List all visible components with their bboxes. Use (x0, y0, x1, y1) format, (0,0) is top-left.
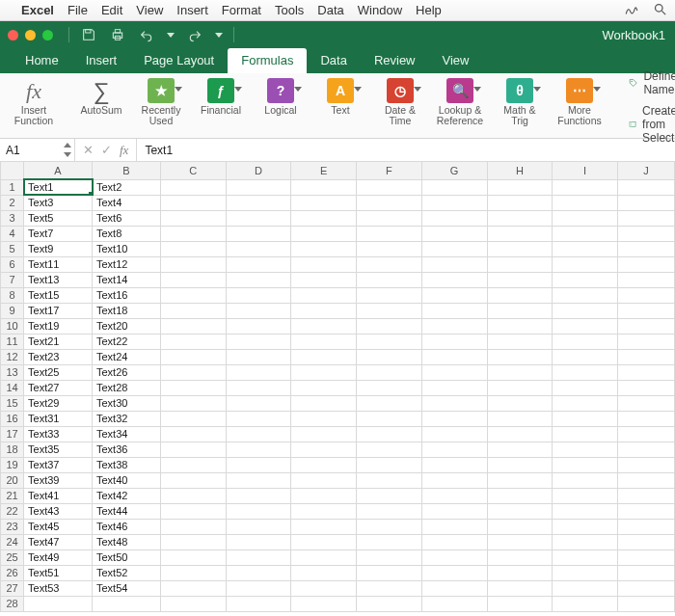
cell-E25[interactable] (291, 549, 357, 565)
cell-F5[interactable] (357, 241, 422, 256)
cell-G18[interactable] (421, 442, 487, 457)
cell-I26[interactable] (553, 565, 618, 580)
cell-I18[interactable] (553, 442, 618, 457)
cell-J2[interactable] (617, 195, 674, 210)
cell-A25[interactable]: Text49 (24, 549, 93, 565)
row-header[interactable]: 19 (1, 457, 24, 472)
cell-G21[interactable] (421, 488, 487, 503)
cell-H7[interactable] (487, 272, 553, 287)
search-icon[interactable] (653, 2, 667, 19)
cell-C22[interactable] (160, 503, 226, 519)
cell-D25[interactable] (226, 549, 291, 565)
cell-J16[interactable] (617, 411, 674, 426)
cell-F23[interactable] (357, 519, 422, 534)
col-header-H[interactable]: H (487, 162, 553, 179)
row-header[interactable]: 21 (1, 488, 24, 503)
cell-C18[interactable] (160, 442, 226, 457)
cell-H25[interactable] (487, 549, 553, 565)
cell-J12[interactable] (617, 349, 674, 364)
cell-E2[interactable] (291, 195, 357, 210)
cell-F6[interactable] (357, 256, 422, 272)
cell-G28[interactable] (421, 596, 487, 611)
text-button[interactable]: A Text (316, 77, 364, 116)
lookup-button[interactable]: 🔍 Lookup & Reference (436, 77, 484, 126)
col-header-D[interactable]: D (226, 162, 291, 179)
row-header[interactable]: 20 (1, 472, 24, 488)
col-header-B[interactable]: B (93, 162, 161, 179)
cell-E8[interactable] (291, 287, 357, 303)
cell-J3[interactable] (617, 210, 674, 226)
cell-G7[interactable] (421, 272, 487, 287)
cell-H5[interactable] (487, 241, 553, 256)
cell-D23[interactable] (226, 519, 291, 534)
row-header[interactable]: 23 (1, 519, 24, 534)
cell-B5[interactable]: Text10 (93, 241, 161, 256)
more-functions-button[interactable]: ⋯ More Functions (555, 77, 604, 126)
cell-J15[interactable] (617, 395, 674, 411)
cell-B16[interactable]: Text32 (93, 411, 161, 426)
cell-D2[interactable] (226, 195, 291, 210)
cell-E27[interactable] (291, 580, 357, 596)
cell-F27[interactable] (357, 580, 422, 596)
tab-home[interactable]: Home (12, 48, 72, 73)
tab-view[interactable]: View (429, 48, 483, 73)
cell-E9[interactable] (291, 303, 357, 318)
cell-F19[interactable] (357, 457, 422, 472)
spreadsheet-grid[interactable]: ABCDEFGHIJ 1Text1Text22Text3Text43Text5T… (0, 162, 675, 612)
cell-D20[interactable] (226, 472, 291, 488)
cell-B15[interactable]: Text30 (93, 395, 161, 411)
siri-icon[interactable] (624, 4, 639, 17)
cell-D28[interactable] (226, 596, 291, 611)
cell-G13[interactable] (421, 364, 487, 380)
cell-F7[interactable] (357, 272, 422, 287)
row-header[interactable]: 17 (1, 426, 24, 442)
cell-J23[interactable] (617, 519, 674, 534)
cell-I28[interactable] (553, 596, 618, 611)
cell-B9[interactable]: Text18 (93, 303, 161, 318)
cell-D9[interactable] (226, 303, 291, 318)
cell-G9[interactable] (421, 303, 487, 318)
cell-E13[interactable] (291, 364, 357, 380)
cell-B19[interactable]: Text38 (93, 457, 161, 472)
cell-I6[interactable] (553, 256, 618, 272)
cell-C4[interactable] (160, 226, 226, 241)
cell-E1[interactable] (291, 179, 357, 195)
cell-C8[interactable] (160, 287, 226, 303)
insert-function-button[interactable]: fx Insert Function (10, 77, 58, 126)
cell-E20[interactable] (291, 472, 357, 488)
cell-A23[interactable]: Text45 (24, 519, 93, 534)
cell-E11[interactable] (291, 334, 357, 349)
cell-G23[interactable] (421, 519, 487, 534)
cell-C2[interactable] (160, 195, 226, 210)
cell-I10[interactable] (553, 318, 618, 334)
cell-I17[interactable] (553, 426, 618, 442)
cell-J21[interactable] (617, 488, 674, 503)
cell-I25[interactable] (553, 549, 618, 565)
cell-E23[interactable] (291, 519, 357, 534)
cell-E7[interactable] (291, 272, 357, 287)
cell-H10[interactable] (487, 318, 553, 334)
menu-format[interactable]: Format (222, 3, 261, 17)
cell-I1[interactable] (553, 179, 618, 195)
row-header[interactable]: 26 (1, 565, 24, 580)
cell-H26[interactable] (487, 565, 553, 580)
cell-B12[interactable]: Text24 (93, 349, 161, 364)
row-header[interactable]: 8 (1, 287, 24, 303)
select-all-corner[interactable] (1, 162, 24, 179)
cell-D3[interactable] (226, 210, 291, 226)
cell-A27[interactable]: Text53 (24, 580, 93, 596)
cell-D12[interactable] (226, 349, 291, 364)
cell-E6[interactable] (291, 256, 357, 272)
cell-G19[interactable] (421, 457, 487, 472)
math-trig-button[interactable]: θ Math & Trig (496, 77, 544, 126)
cell-C16[interactable] (160, 411, 226, 426)
menu-view[interactable]: View (136, 3, 163, 17)
row-header[interactable]: 11 (1, 334, 24, 349)
cell-I12[interactable] (553, 349, 618, 364)
cell-D22[interactable] (226, 503, 291, 519)
print-icon[interactable] (108, 25, 127, 44)
cell-B13[interactable]: Text26 (93, 364, 161, 380)
cell-E22[interactable] (291, 503, 357, 519)
cell-H13[interactable] (487, 364, 553, 380)
cell-D27[interactable] (226, 580, 291, 596)
